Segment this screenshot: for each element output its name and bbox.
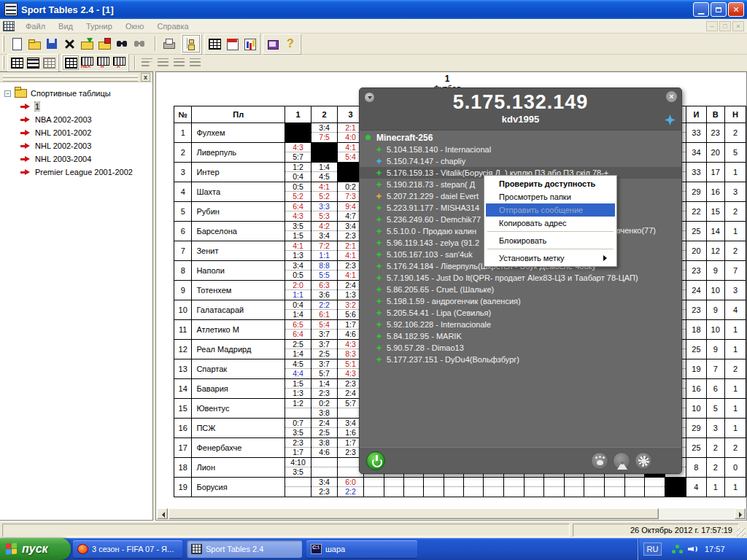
- cell-score[interactable]: [484, 478, 504, 497]
- context-item-просмотреть[interactable]: Просмотреть папки: [486, 190, 615, 203]
- new-document-button[interactable]: [8, 35, 26, 52]
- context-item-проверить[interactable]: Проверить доступность: [486, 177, 615, 190]
- cell-score[interactable]: 7:21:1: [311, 241, 338, 261]
- save-button[interactable]: [43, 35, 61, 52]
- popup-menu-icon[interactable]: [364, 92, 375, 103]
- ip-entry[interactable]: 5.90.57.28 - Dimao13: [360, 342, 681, 354]
- language-indicator[interactable]: RU: [643, 542, 662, 556]
- tree-item-nhl-2003-2004[interactable]: NHL 2003-2004: [3, 152, 152, 166]
- help-button[interactable]: [282, 35, 299, 52]
- mdi-close-button[interactable]: ×: [732, 21, 744, 31]
- resize-grip[interactable]: [737, 528, 746, 537]
- book-button[interactable]: [264, 35, 282, 52]
- export-folder-button[interactable]: [96, 35, 113, 52]
- tree-root[interactable]: −Спортивные таблицы: [3, 87, 152, 100]
- network-tray-icon[interactable]: [672, 545, 682, 554]
- home-away-table-button[interactable]: [79, 55, 95, 70]
- scroll-left-button[interactable]: [157, 508, 168, 519]
- paw-button[interactable]: [591, 452, 608, 470]
- cell-score[interactable]: 4:23:4: [311, 222, 338, 241]
- cell-score[interactable]: 0:23:8: [311, 399, 338, 419]
- import-folder-button[interactable]: [78, 35, 96, 52]
- cell-score[interactable]: 4:15:2: [311, 182, 338, 202]
- cell-score[interactable]: 3:40:5: [285, 261, 311, 281]
- cell-score[interactable]: 6:02:2: [338, 478, 364, 497]
- context-item-копировать[interactable]: Копировать адрес: [486, 217, 615, 230]
- close-button[interactable]: ✕: [728, 2, 744, 17]
- minimize-button[interactable]: ▁: [693, 2, 709, 17]
- cell-score[interactable]: [384, 478, 403, 497]
- cell-score[interactable]: 3:35:3: [311, 202, 338, 222]
- popup-close-icon[interactable]: ×: [666, 91, 677, 102]
- cell-score[interactable]: 3:47:5: [311, 123, 338, 143]
- delete-button[interactable]: [61, 35, 78, 52]
- chart-button[interactable]: [241, 35, 258, 52]
- restore-button[interactable]: [711, 2, 727, 17]
- print-button[interactable]: [160, 35, 177, 52]
- menu-Файл[interactable]: Файл: [19, 20, 52, 33]
- cell-score[interactable]: [645, 478, 665, 497]
- cell-score[interactable]: [544, 478, 565, 497]
- context-item-отправить[interactable]: Отправить сообщение: [486, 203, 615, 217]
- toolbar-handle[interactable]: [2, 56, 4, 69]
- cell-score[interactable]: [524, 478, 544, 497]
- cell-score[interactable]: [285, 478, 311, 497]
- tree-expand-icon[interactable]: −: [4, 90, 11, 97]
- ip-entry[interactable]: 5.84.182.95 - MARIK: [360, 330, 681, 342]
- cell-score[interactable]: 1:2: [285, 399, 311, 419]
- cell-score[interactable]: 2:51:4: [285, 340, 311, 359]
- cell-score[interactable]: 3:84:6: [311, 438, 338, 458]
- cell-score[interactable]: [444, 478, 463, 497]
- cell-score[interactable]: [424, 478, 444, 497]
- start-button[interactable]: пуск: [0, 538, 71, 560]
- home-table-button[interactable]: [95, 55, 111, 70]
- cell-score[interactable]: 2:01:1: [285, 281, 311, 300]
- ip-entry[interactable]: 5.92.106.228 - Internacionale: [360, 319, 681, 330]
- cell-score[interactable]: [624, 478, 645, 497]
- context-item-установить[interactable]: Установить метку: [486, 252, 615, 265]
- mdi-minimize-button[interactable]: –: [706, 21, 718, 31]
- ip-group-header[interactable]: Minecraft-256: [360, 131, 681, 144]
- cell-score[interactable]: 3:51:5: [285, 222, 311, 241]
- cell-score[interactable]: 3:42:3: [311, 478, 338, 497]
- cell-score[interactable]: 6:44:3: [285, 202, 311, 222]
- cell-score[interactable]: 2:26:1: [311, 300, 338, 320]
- cell-score[interactable]: 2:42:5: [311, 419, 338, 438]
- cell-score[interactable]: 0:41:4: [285, 300, 311, 320]
- ip-entry[interactable]: 5.177.237.151 - DyDu4(Вольфзбург): [360, 354, 681, 365]
- tree-panel-toggle-button[interactable]: [182, 35, 200, 52]
- cell-score[interactable]: 1:42:3: [311, 379, 338, 399]
- cell-score[interactable]: [404, 478, 424, 497]
- cell-score[interactable]: [584, 478, 605, 497]
- tree-item-1[interactable]: 1: [3, 100, 152, 113]
- context-item-блокировать[interactable]: Блокировать: [486, 234, 615, 247]
- table-view-button[interactable]: [206, 35, 223, 52]
- cell-score[interactable]: 4:54:4: [285, 359, 311, 379]
- away-table-button[interactable]: [111, 55, 127, 70]
- cell-score[interactable]: [464, 478, 484, 497]
- taskbar-button-3[interactable]: шара: [306, 540, 417, 558]
- tree-panel-close-button[interactable]: x: [141, 73, 150, 82]
- tree-item-nba-2002-2003[interactable]: NBA 2002-2003: [3, 113, 152, 126]
- ip-entry[interactable]: 5.205.54.41 - Lipa (Севилья): [360, 307, 681, 319]
- ip-entry[interactable]: 5.7.190.145 - Just Do It(QPR- продает Al…: [360, 272, 681, 284]
- ip-entry[interactable]: 5.104.158.140 - Internacional: [360, 144, 681, 155]
- cell-score[interactable]: 0:73:5: [285, 419, 311, 438]
- cell-score[interactable]: [605, 478, 625, 497]
- cell-score[interactable]: [311, 458, 338, 478]
- cell-score[interactable]: 6:56:4: [285, 320, 311, 340]
- menu-Турнир[interactable]: Турнир: [80, 20, 119, 33]
- taskbar-button-1[interactable]: 3 сезон - FIFA 07 - Я...: [73, 540, 182, 558]
- layout-full-grid-button[interactable]: [9, 55, 25, 70]
- toolbar-handle[interactable]: [2, 36, 4, 52]
- menu-Окно[interactable]: Окно: [119, 20, 151, 33]
- cell-score[interactable]: 4:35:7: [285, 143, 311, 163]
- ip-entry[interactable]: 5.150.74.147 - chapliy: [360, 155, 681, 167]
- tree-item-nhl-2002-2003[interactable]: NHL 2002-2003: [3, 139, 152, 152]
- cell-score[interactable]: 3:75:7: [311, 359, 338, 379]
- cell-score[interactable]: 2:31:7: [285, 438, 311, 458]
- scrollbar-thumb[interactable]: [169, 508, 659, 519]
- taskbar-button-2[interactable]: Sport Tables 2.4: [187, 540, 302, 558]
- cell-score[interactable]: 1:51:3: [285, 379, 311, 399]
- cell-score[interactable]: 6:33:6: [311, 281, 338, 300]
